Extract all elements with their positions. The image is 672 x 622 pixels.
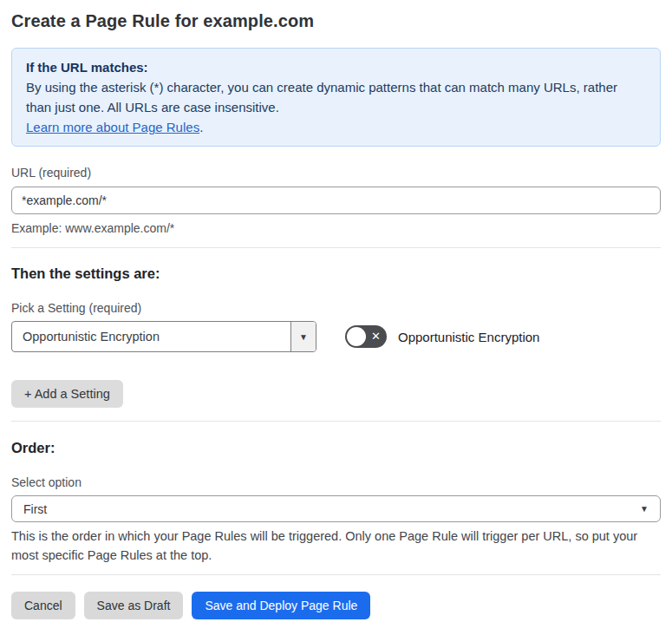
info-box-body: By using the asterisk (*) character, you… bbox=[26, 77, 646, 117]
order-select-value: First bbox=[23, 502, 47, 516]
setting-row: Opportunistic Encryption ▼ ✕ Opportunist… bbox=[11, 321, 661, 352]
add-setting-button[interactable]: + Add a Setting bbox=[11, 380, 123, 408]
divider bbox=[11, 421, 661, 422]
save-as-draft-button[interactable]: Save as Draft bbox=[84, 592, 184, 619]
toggle-knob bbox=[347, 327, 366, 346]
pick-setting-label: Pick a Setting (required) bbox=[11, 301, 661, 316]
info-box-heading: If the URL matches: bbox=[26, 57, 646, 77]
page-rule-form: Create a Page Rule for example.com If th… bbox=[0, 0, 672, 622]
setting-select-arrow-button[interactable]: ▼ bbox=[290, 322, 316, 351]
url-input[interactable] bbox=[11, 187, 661, 214]
link-period: . bbox=[199, 120, 203, 134]
learn-more-link[interactable]: Learn more about Page Rules bbox=[26, 120, 199, 134]
toggle-off-x-icon: ✕ bbox=[371, 331, 381, 342]
url-match-info-box: If the URL matches: By using the asteris… bbox=[11, 48, 661, 147]
settings-section-heading: Then the settings are: bbox=[11, 265, 661, 282]
url-example-text: Example: www.example.com/* bbox=[11, 221, 661, 236]
chevron-down-icon: ▼ bbox=[640, 504, 649, 514]
order-help-text: This is the order in which your Page Rul… bbox=[11, 527, 661, 565]
url-field-label: URL (required) bbox=[11, 166, 661, 180]
opportunistic-encryption-toggle[interactable]: ✕ bbox=[345, 325, 387, 348]
divider bbox=[11, 574, 661, 575]
setting-select-value: Opportunistic Encryption bbox=[12, 322, 290, 351]
cancel-button[interactable]: Cancel bbox=[11, 592, 75, 619]
setting-select[interactable]: Opportunistic Encryption ▼ bbox=[11, 321, 316, 352]
form-actions: Cancel Save as Draft Save and Deploy Pag… bbox=[11, 592, 661, 619]
info-box-link-line: Learn more about Page Rules. bbox=[26, 117, 646, 137]
chevron-down-icon: ▼ bbox=[299, 332, 308, 342]
divider bbox=[11, 247, 661, 248]
order-section-heading: Order: bbox=[11, 439, 661, 456]
page-title: Create a Page Rule for example.com bbox=[11, 10, 661, 31]
order-select[interactable]: First ▼ bbox=[11, 495, 661, 522]
toggle-setting-label: Opportunistic Encryption bbox=[398, 330, 539, 344]
save-and-deploy-button[interactable]: Save and Deploy Page Rule bbox=[192, 592, 370, 619]
order-select-label: Select option bbox=[11, 475, 661, 490]
